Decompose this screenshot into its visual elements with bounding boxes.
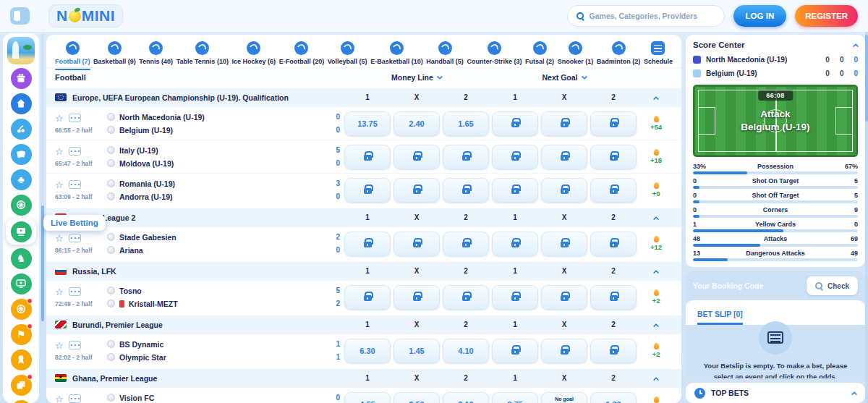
- sidebar-item-gifts[interactable]: [7, 67, 35, 90]
- league-header[interactable]: Burundi, Premier League1X21X2: [46, 315, 681, 334]
- search-input[interactable]: [590, 12, 715, 20]
- odds-button[interactable]: 1.82: [590, 392, 637, 403]
- favorite-star-icon[interactable]: ☆: [55, 147, 64, 156]
- check-booking-button[interactable]: Check: [807, 276, 858, 295]
- search-bar[interactable]: [567, 5, 725, 27]
- odds-button[interactable]: [393, 232, 440, 256]
- odds-button[interactable]: [492, 178, 538, 203]
- sidebar-item-slots[interactable]: [7, 117, 35, 140]
- match-tracker-icon[interactable]: [69, 234, 81, 242]
- odds-button[interactable]: [443, 232, 489, 256]
- match-tracker-icon[interactable]: [69, 341, 81, 349]
- sidebar-item-card-games[interactable]: [7, 143, 35, 166]
- odds-button[interactable]: [344, 232, 391, 256]
- odds-button[interactable]: [541, 285, 587, 310]
- collapse-chevron-icon[interactable]: [654, 265, 658, 278]
- collapse-chevron-icon[interactable]: [654, 318, 658, 331]
- sidebar-item-virtual-sports[interactable]: [7, 272, 35, 295]
- odds-button[interactable]: [393, 285, 440, 310]
- match-row[interactable]: ☆65:47 - 2 halfItaly (U-19)Moldova (U-19…: [46, 140, 681, 173]
- collapse-chevron-icon[interactable]: [654, 211, 658, 224]
- tab-table-tennis[interactable]: Table Tennis (10): [175, 41, 230, 65]
- tab-bet-slip[interactable]: BET SLIP [0]: [697, 310, 743, 325]
- match-tracker-icon[interactable]: [69, 180, 81, 189]
- sidebar-item-promotions[interactable]: [7, 373, 35, 396]
- favorite-star-icon[interactable]: ☆: [55, 234, 64, 243]
- tab-ice-hockey[interactable]: Ice Hockey (6): [231, 41, 278, 65]
- favorite-star-icon[interactable]: ☆: [55, 287, 64, 297]
- odds-button[interactable]: [443, 145, 489, 169]
- odds-button[interactable]: [492, 339, 538, 363]
- odds-button[interactable]: 4.10: [443, 339, 489, 363]
- tab-snooker[interactable]: Snooker (1): [556, 41, 595, 65]
- tab-basketball[interactable]: Basketball (9): [92, 41, 137, 65]
- favorite-star-icon[interactable]: ☆: [55, 114, 64, 123]
- match-row[interactable]: ☆72:49 - 2 halfTosnoKristall-MEZT52+2: [46, 280, 681, 313]
- odds-button[interactable]: [590, 145, 637, 169]
- sidebar-toggle-button[interactable]: [10, 7, 30, 25]
- odds-button[interactable]: 3.75: [492, 392, 538, 403]
- odds-button[interactable]: [541, 178, 587, 203]
- login-button[interactable]: LOG IN: [733, 5, 787, 27]
- sidebar-item-table-games[interactable]: ♣: [7, 168, 35, 191]
- sidebar-item-loyalty[interactable]: [7, 348, 35, 371]
- league-header[interactable]: Russia, LFK1X21X2: [46, 262, 681, 280]
- register-button[interactable]: REGISTER: [795, 5, 858, 27]
- tab-tennis[interactable]: Tennis (40): [137, 41, 174, 65]
- odds-button[interactable]: [541, 232, 587, 256]
- odds-button[interactable]: [492, 111, 538, 136]
- next-goal-dropdown[interactable]: Next Goal: [542, 73, 586, 82]
- page-scrollbar-thumb[interactable]: [865, 35, 868, 122]
- collapse-chevron-icon[interactable]: [654, 372, 658, 385]
- match-tracker-icon[interactable]: [69, 114, 81, 122]
- match-row[interactable]: ☆28:15 - 1 halfVision FCKotoko004.552.50…: [46, 387, 681, 403]
- odds-button[interactable]: [492, 145, 538, 169]
- favorite-star-icon[interactable]: ☆: [55, 394, 64, 403]
- odds-button[interactable]: [590, 111, 637, 136]
- page-scrollbar[interactable]: [865, 0, 868, 403]
- match-tracker-icon[interactable]: [69, 287, 81, 296]
- match-row[interactable]: ☆63:09 - 2 halfRomania (U-19)Andorra (U-…: [46, 173, 681, 206]
- tab-futsal[interactable]: Futsal (2): [524, 41, 556, 65]
- odds-button[interactable]: [443, 285, 489, 310]
- collapse-chevron-icon[interactable]: [654, 91, 658, 104]
- odds-button[interactable]: 2.10: [443, 392, 489, 403]
- odds-button[interactable]: 2.40: [393, 111, 440, 136]
- sidebar-item-live-casino[interactable]: [7, 193, 35, 216]
- collapse-chevron-icon[interactable]: [853, 43, 859, 48]
- league-header[interactable]: Ghana, Premier League1X21X2: [46, 369, 681, 387]
- odds-button[interactable]: [590, 339, 637, 363]
- odds-button[interactable]: [344, 285, 391, 310]
- odds-button[interactable]: [541, 111, 587, 136]
- sidebar-item-quests[interactable]: ⚑: [7, 323, 35, 346]
- odds-button[interactable]: 4.55: [344, 392, 391, 403]
- booking-code-input[interactable]: [693, 281, 801, 290]
- odds-button[interactable]: [541, 145, 587, 169]
- tab-badminton[interactable]: Badminton (2): [595, 41, 642, 65]
- odds-button[interactable]: [393, 145, 440, 169]
- odds-button[interactable]: [541, 339, 587, 363]
- nomini-logo[interactable]: N MINI: [48, 4, 123, 27]
- odds-button[interactable]: [492, 232, 538, 256]
- odds-button[interactable]: [590, 178, 637, 203]
- match-tracker-icon[interactable]: [69, 147, 81, 156]
- league-header[interactable]: Tunisia, League 21X21X2: [46, 208, 681, 226]
- sidebar-item-horse-racing[interactable]: ♞: [7, 247, 35, 270]
- tab-e-basketball[interactable]: E-Basketball (10): [369, 41, 425, 65]
- tab-schedule[interactable]: Schedule: [642, 41, 674, 65]
- favorite-star-icon[interactable]: ☆: [55, 180, 64, 190]
- tab-counter-strike[interactable]: Counter-Strike (3): [465, 41, 523, 65]
- sidebar-item-tournaments[interactable]: [7, 399, 35, 403]
- top-bets-bar[interactable]: TOP BETS: [686, 383, 865, 403]
- favorite-star-icon[interactable]: ☆: [55, 341, 64, 350]
- sidebar-item-live-betting[interactable]: [6, 219, 36, 245]
- odds-button[interactable]: 1.45: [393, 339, 440, 363]
- money-line-dropdown[interactable]: Money Line: [391, 73, 442, 82]
- tab-football[interactable]: Football (7): [54, 41, 92, 70]
- sidebar-item-lobby[interactable]: [7, 92, 35, 115]
- odds-button[interactable]: [590, 285, 637, 310]
- tab-volleyball[interactable]: Volleyball (5): [326, 41, 369, 65]
- odds-button[interactable]: [344, 145, 391, 169]
- odds-button[interactable]: [393, 178, 440, 203]
- odds-button[interactable]: 1.65: [443, 111, 489, 136]
